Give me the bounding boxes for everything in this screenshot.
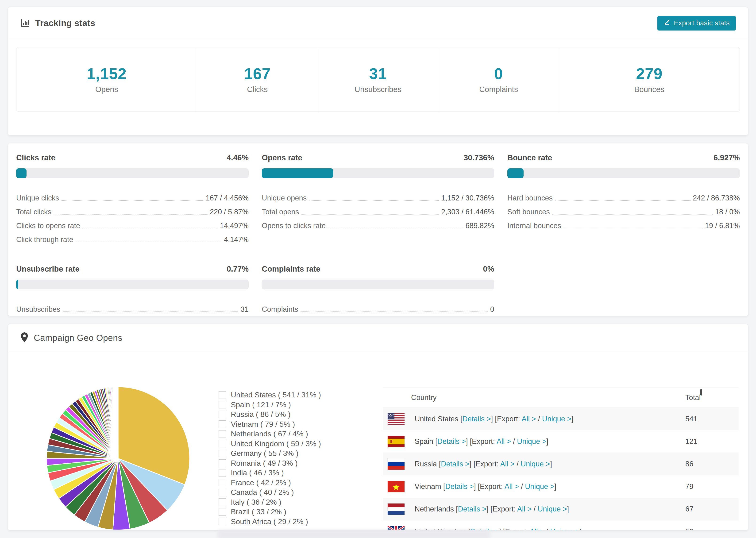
opens-rate-title: Opens rate — [262, 153, 302, 162]
legend-item: South Africa ( 29 / 2% ) — [219, 517, 321, 527]
stat-label: Bounces — [634, 85, 664, 94]
rate-row-label: Unsubscribes — [16, 305, 60, 314]
dotted-leader — [300, 311, 488, 312]
rate-row-value: 19 / 6.81% — [705, 222, 740, 230]
table-row: Vietnam [Details >] [Export: All > / Uni… — [383, 475, 739, 498]
export-unique-link[interactable]: Unique > — [542, 415, 571, 423]
legend-label: Italy ( 36 / 2% ) — [231, 498, 281, 507]
rate-row-value: 4.147% — [224, 236, 249, 244]
legend-label: Spain ( 121 / 7% ) — [231, 401, 291, 409]
stat-label: Complaints — [479, 85, 518, 94]
dotted-leader — [328, 228, 463, 228]
rate-row-value: 220 / 5.87% — [210, 208, 249, 216]
campaign-geo-opens-panel: Campaign Geo Opens United States ( 541 /… — [8, 324, 748, 530]
country-name: United States — [415, 415, 458, 423]
complaints-rate-card: Complaints rate 0% Complaints0 — [262, 265, 494, 314]
tracking-stats-header: Tracking stats Export basic stats — [8, 7, 748, 39]
legend-swatch — [219, 498, 226, 506]
unsubscribe-rate-progressbar — [16, 280, 249, 290]
clicks-rate-value: 4.46% — [227, 153, 249, 162]
legend-item: Vietnam ( 79 / 5% ) — [219, 419, 321, 429]
legend-item: India ( 46 / 3% ) — [219, 468, 321, 478]
export-all-link[interactable]: All > — [530, 527, 544, 531]
geo-table-header: Country Total — [383, 388, 739, 407]
export-unique-link[interactable]: Unique > — [550, 527, 579, 531]
flag-es-icon — [388, 436, 405, 447]
country-cell: Netherlands [Details >] [Export: All > /… — [415, 505, 569, 513]
stat-cell-complaints: 0Complaints — [438, 47, 559, 111]
total-cell: 59 — [685, 527, 693, 531]
details-link[interactable]: Details > — [437, 437, 466, 446]
country-name: Netherlands — [415, 505, 454, 513]
opens-rate-value: 30.736% — [464, 153, 494, 162]
unsubscribe-rate-title: Unsubscribe rate — [16, 265, 80, 273]
rate-row-value: 18 / 0% — [715, 208, 740, 216]
geo-title: Campaign Geo Opens — [34, 333, 122, 343]
export-unique-link[interactable]: Unique > — [517, 437, 546, 446]
flag-us-icon — [388, 413, 405, 425]
rates-panel: Clicks rate 4.46% Unique clicks167 / 4.4… — [8, 143, 748, 316]
export-prefix: [Export: — [495, 415, 520, 423]
legend-swatch — [219, 489, 226, 496]
rate-row-value: 0 — [490, 305, 494, 314]
legend-swatch — [219, 469, 226, 477]
dotted-leader — [552, 214, 713, 215]
export-unique-link[interactable]: Unique > — [525, 482, 554, 491]
export-basic-stats-button[interactable]: Export basic stats — [657, 16, 736, 30]
legend-item: Italy ( 36 / 2% ) — [219, 497, 321, 507]
legend-item: Brazil ( 33 / 2% ) — [219, 507, 321, 517]
details-link[interactable]: Details > — [441, 460, 469, 468]
map-pin-icon — [20, 332, 28, 344]
details-link[interactable]: Details > — [445, 482, 473, 491]
dotted-leader — [62, 200, 203, 201]
total-column-header: Total — [685, 394, 701, 402]
rate-detail-row: Hard bounces242 / 86.738% — [507, 188, 740, 202]
geo-content: United States ( 541 / 31% )Spain ( 121 /… — [8, 352, 748, 530]
complaints-rate-title: Complaints rate — [262, 265, 320, 273]
legend-swatch — [219, 518, 226, 525]
legend-swatch — [219, 450, 226, 457]
export-all-link[interactable]: All > — [517, 505, 531, 513]
stat-label: Unsubscribes — [354, 85, 402, 94]
stat-label: Clicks — [247, 85, 268, 94]
export-unique-link[interactable]: Unique > — [538, 505, 567, 513]
total-cell: 541 — [685, 415, 698, 423]
dotted-leader — [564, 228, 703, 228]
table-row: United Kingdom [Details >] [Export: All … — [383, 520, 739, 530]
export-unique-link[interactable]: Unique > — [521, 460, 550, 468]
legend-label: Vietnam ( 79 / 5% ) — [231, 420, 295, 429]
legend-label: Russia ( 86 / 5% ) — [231, 410, 291, 419]
legend-item: United States ( 541 / 31% ) — [219, 390, 321, 400]
geo-opens-pie-chart — [41, 381, 195, 530]
country-cell: United States [Details >] [Export: All >… — [415, 415, 573, 423]
legend-swatch — [219, 508, 226, 516]
dotted-leader — [301, 214, 439, 215]
dotted-leader — [309, 200, 439, 201]
legend-label: France ( 42 / 2% ) — [231, 478, 291, 487]
legend-item: Netherlands ( 67 / 4% ) — [219, 429, 321, 439]
bounce-rate-value: 6.927% — [714, 153, 740, 162]
dotted-leader — [54, 214, 207, 215]
table-scrollbar-thumb[interactable] — [700, 389, 702, 396]
bounce-rate-card: Bounce rate 6.927% Hard bounces242 / 86.… — [507, 153, 740, 244]
bar-chart-icon — [20, 18, 30, 28]
country-cell: Spain [Details >] [Export: All > / Uniqu… — [415, 437, 549, 446]
export-all-link[interactable]: All > — [522, 415, 536, 423]
dotted-leader — [63, 311, 238, 312]
country-cell: Russia [Details >] [Export: All > / Uniq… — [415, 460, 552, 468]
export-all-link[interactable]: All > — [500, 460, 514, 468]
rate-row-label: Opens to clicks rate — [262, 222, 326, 230]
export-all-link[interactable]: All > — [505, 482, 519, 491]
bottom-scroll-shadow — [218, 530, 490, 538]
legend-item: Spain ( 121 / 7% ) — [219, 400, 321, 410]
legend-label: United States ( 541 / 31% ) — [231, 391, 321, 399]
legend-swatch — [219, 430, 226, 438]
rate-row-label: Hard bounces — [507, 194, 553, 202]
export-all-link[interactable]: All > — [497, 437, 511, 446]
details-link[interactable]: Details > — [462, 415, 491, 423]
flag-ru-icon — [388, 458, 405, 470]
country-cell: Vietnam [Details >] [Export: All > / Uni… — [415, 482, 557, 491]
stat-value: 279 — [636, 65, 663, 82]
total-cell: 121 — [685, 437, 698, 446]
details-link[interactable]: Details > — [458, 505, 486, 513]
